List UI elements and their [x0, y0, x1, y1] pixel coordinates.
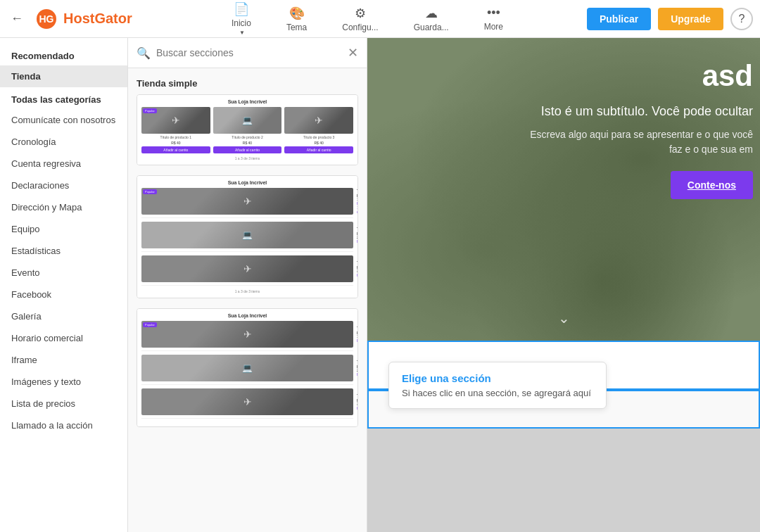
store-list2-name-2: Título de producto 2	[357, 360, 358, 372]
nav-item-configuracion[interactable]: ⚙ Configu...	[335, 2, 385, 36]
store-pagination-2: 1 a 3 de 3 items	[141, 289, 353, 293]
search-input[interactable]	[156, 47, 342, 58]
store-list-name-2: Título de producto 2	[357, 227, 358, 239]
nav-item-guardar[interactable]: ☁ Guarda...	[407, 2, 456, 36]
hostgator-logo-icon: HG	[34, 6, 59, 32]
store-grid-item-3: Título de producto 3 R$ 40 Añadir al car…	[284, 107, 353, 153]
store-list-preview: Sua Loja Incrível Popular Título de prod…	[137, 176, 357, 298]
elige-popup: Elige una sección Si haces clic en una s…	[388, 362, 607, 409]
sidebar-item-lista-precios[interactable]: Lista de precios	[0, 393, 127, 414]
help-button[interactable]: ?	[730, 8, 753, 30]
sidebar-item-tienda[interactable]: Tienda	[0, 65, 127, 87]
store-item-price-3: R$ 40	[314, 141, 323, 145]
store-grid: Popular Título de producto 1 R$ 40 Añadi…	[141, 107, 353, 153]
store-item-image-3	[284, 107, 353, 134]
section-panel-scroll[interactable]: Tienda simple Sua Loja Incrível Popular …	[128, 68, 367, 532]
store-item-name-3: Título de producto 3	[303, 135, 334, 139]
store-add-btn-2: Añadir al carrito	[213, 146, 282, 153]
store-item-name-1: Título de producto 1	[160, 135, 191, 139]
scroll-indicator: ⌄	[558, 310, 570, 327]
hero-overlay: asd Isto é um subtítulo. Você pode ocult…	[524, 59, 760, 199]
navbar: ← HG HostGator 📄 Inicio ▼ 🎨 Tema ⚙ Confi…	[0, 0, 760, 38]
store-list2-img-3	[141, 388, 353, 415]
main-area: Recomendado Tienda Todas las categorías …	[0, 38, 760, 532]
store-list-price-2: R$22	[357, 239, 358, 243]
section-card-list2[interactable]: Sua Loja Incrível Popular Título de prod…	[137, 308, 358, 427]
sidebar-item-direccion[interactable]: Dirección y Mapa	[0, 196, 127, 218]
section-group-tienda-simple: Tienda simple	[128, 75, 367, 94]
store-title-3: Sua Loja Incrível	[141, 313, 353, 318]
nav-label-tema: Tema	[286, 23, 307, 32]
inicio-icon: 📄	[234, 1, 249, 17]
nav-item-more[interactable]: ••• More	[477, 2, 510, 35]
store-list-img-2	[141, 222, 353, 248]
section-panel-header: 🔍 ✕	[128, 38, 367, 68]
sidebar-item-iframe[interactable]: Iframe	[0, 349, 127, 371]
guardar-icon: ☁	[425, 6, 438, 21]
sidebar-section-title: Recomendado	[0, 46, 127, 65]
nav-item-inicio[interactable]: 📄 Inicio ▼	[224, 0, 258, 39]
nav-label-inicio: Inicio	[232, 18, 251, 28]
store-item-price-2: R$ 40	[243, 141, 252, 145]
store-title-1: Sua Loja Incrível	[141, 99, 353, 104]
store-list2-item-2: Título de producto 2 R$10 Añadir al carr…	[141, 355, 353, 385]
store-list2-item-1: Popular Título de producto 1 R$00 Añadir…	[141, 321, 353, 351]
nav-label-guardar: Guarda...	[414, 23, 449, 32]
store-item-price-1: R$ 40	[171, 141, 180, 145]
store-list-price-3: R$4	[357, 273, 358, 277]
store-list2-img-1: Popular	[141, 321, 353, 348]
store-list2-item-3: Título de producto 3 R$4 Añadir al carri…	[141, 388, 353, 419]
store-grid-item-1: Popular Título de producto 1 R$ 40 Añadi…	[141, 107, 210, 153]
canvas-area: asd Isto é um subtítulo. Você pode ocult…	[367, 38, 760, 532]
store-add-btn-1: Añadir al carrito	[141, 146, 210, 153]
sidebar-item-cronologia[interactable]: Cronología	[0, 131, 127, 153]
sidebar-all-categories-title: Todas las categorías	[0, 87, 127, 109]
upgrade-button[interactable]: Upgrade	[658, 8, 723, 30]
sidebar-item-galeria[interactable]: Galería	[0, 305, 127, 327]
store-list2-name-3: Título de producto 3	[357, 393, 358, 406]
svg-text:HG: HG	[39, 13, 54, 25]
store-list-img-1: Popular	[141, 188, 353, 215]
store-list-info-2: Título de producto 2 R$22	[357, 227, 358, 243]
navbar-right: Publicar Upgrade ?	[587, 8, 753, 30]
store-list2-info-3: Título de producto 3 R$4	[357, 393, 358, 410]
nav-item-tema[interactable]: 🎨 Tema	[279, 2, 314, 36]
store-list-item-2: Título de producto 2 R$22 Añadir al carr…	[141, 222, 353, 252]
sidebar-item-equipo[interactable]: Equipo	[0, 218, 127, 240]
section-card-list[interactable]: Sua Loja Incrível Popular Título de prod…	[137, 175, 358, 298]
sidebar-item-imagenes[interactable]: Imágenes y texto	[0, 371, 127, 393]
store-list2-img-2	[141, 355, 353, 381]
nav-label-more: More	[484, 22, 503, 32]
section-panel: 🔍 ✕ Tienda simple Sua Loja Incrível Popu…	[128, 38, 367, 532]
sidebar-item-horario[interactable]: Horario comercial	[0, 327, 127, 349]
section-card-grid[interactable]: Sua Loja Incrível Popular Título de prod…	[137, 94, 358, 165]
popular-badge-list2-1: Popular	[143, 322, 157, 327]
popular-badge-list-1: Popular	[143, 189, 157, 194]
store-preview-grid: Sua Loja Incrível Popular Título de prod…	[137, 95, 357, 165]
tema-icon: 🎨	[289, 6, 305, 21]
store-list-item-1: Popular Título de producto 1 R$00 | 11% …	[141, 188, 353, 218]
hero-cta-button[interactable]: Conte-nos	[671, 171, 753, 199]
sidebar-item-declaraciones[interactable]: Declaraciones	[0, 175, 127, 196]
sidebar-item-llamado[interactable]: Llamado a la acción	[0, 414, 127, 436]
sidebar-item-comunicate[interactable]: Comunícate con nosotros	[0, 109, 127, 131]
store-list2-name-1: Título de producto 1	[357, 326, 358, 338]
store-list-price-1: R$00 | 11% de desconto	[357, 201, 358, 214]
logo[interactable]: HG HostGator	[34, 6, 132, 32]
store-pagination-1: 1 a 3 de 3 items	[141, 156, 353, 160]
canvas-hero: asd Isto é um subtítulo. Você pode ocult…	[367, 38, 760, 341]
navbar-left: ← HG HostGator	[7, 6, 148, 32]
sidebar-item-estadisticas[interactable]: Estadísticas	[0, 240, 127, 262]
store-list2-info-1: Título de producto 1 R$00	[357, 326, 358, 343]
back-button[interactable]: ←	[7, 8, 27, 30]
sidebar-item-evento[interactable]: Evento	[0, 262, 127, 284]
sidebar-item-cuenta-regresiva[interactable]: Cuenta regresiva	[0, 153, 127, 175]
close-search-button[interactable]: ✕	[348, 45, 358, 61]
sidebar-item-facebook[interactable]: Facebook	[0, 284, 127, 305]
sidebar: Recomendado Tienda Todas las categorías …	[0, 38, 128, 532]
store-list2-preview: Sua Loja Incrível Popular Título de prod…	[137, 309, 357, 426]
publicar-button[interactable]: Publicar	[587, 8, 651, 30]
store-list2-price-1: R$00	[357, 338, 358, 343]
nav-label-configuracion: Configu...	[342, 23, 378, 32]
store-list2-price-3: R$4	[357, 406, 358, 410]
